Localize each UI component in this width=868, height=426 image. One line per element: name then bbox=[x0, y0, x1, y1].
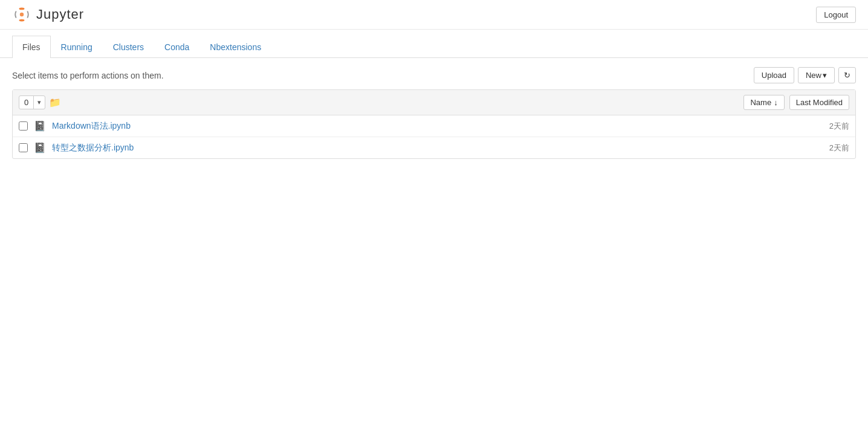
tab-bar: Files Running Clusters Conda Nbextension… bbox=[0, 36, 868, 58]
notebook-icon: 📓 bbox=[34, 142, 46, 153]
select-count-dropdown[interactable]: ▾ bbox=[34, 97, 45, 108]
sort-name-label: Name bbox=[750, 98, 771, 107]
toolbar-actions: Upload New ▾ ↻ bbox=[754, 67, 856, 83]
select-count-number: 0 bbox=[19, 96, 34, 109]
sort-name-arrow: ↓ bbox=[774, 98, 778, 107]
svg-point-1 bbox=[19, 19, 25, 22]
sort-lastmod-button[interactable]: Last Modified bbox=[789, 95, 849, 110]
file-list-header: 0 ▾ 📁 Name ↓ Last Modified bbox=[13, 90, 855, 115]
header: Jupyter Logout bbox=[0, 0, 868, 30]
select-info-text: Select items to perform actions on them. bbox=[12, 71, 164, 80]
file-list-header-right: Name ↓ Last Modified bbox=[743, 95, 849, 110]
notebook-icon: 📓 bbox=[34, 120, 46, 132]
tab-conda[interactable]: Conda bbox=[154, 36, 199, 58]
file-row-left: 📓 转型之数据分析.ipynb bbox=[19, 142, 134, 153]
folder-icon: 📁 bbox=[49, 97, 61, 108]
new-dropdown-arrow: ▾ bbox=[823, 71, 827, 80]
jupyter-logo-icon bbox=[12, 5, 31, 24]
new-label: New bbox=[806, 71, 821, 80]
new-button[interactable]: New ▾ bbox=[798, 67, 835, 83]
toolbar: Select items to perform actions on them.… bbox=[12, 67, 856, 83]
content-area: Select items to perform actions on them.… bbox=[0, 58, 868, 168]
file-modified-1: 2天前 bbox=[829, 121, 849, 132]
file-checkbox-2[interactable] bbox=[19, 143, 28, 152]
file-list-header-left: 0 ▾ 📁 bbox=[19, 95, 61, 109]
tab-nbextensions[interactable]: Nbextensions bbox=[199, 36, 271, 58]
refresh-button[interactable]: ↻ bbox=[838, 67, 856, 83]
file-link-1[interactable]: Markdown语法.ipynb bbox=[52, 121, 131, 132]
file-link-2[interactable]: 转型之数据分析.ipynb bbox=[52, 143, 134, 153]
table-row: 📓 Markdown语法.ipynb 2天前 bbox=[13, 115, 855, 137]
logout-button[interactable]: Logout bbox=[816, 7, 856, 23]
svg-point-2 bbox=[20, 13, 24, 16]
tab-running[interactable]: Running bbox=[51, 36, 103, 58]
upload-button[interactable]: Upload bbox=[754, 67, 794, 83]
sort-name-button[interactable]: Name ↓ bbox=[743, 95, 784, 110]
logo: Jupyter bbox=[12, 5, 84, 24]
svg-point-0 bbox=[19, 7, 25, 10]
table-row: 📓 转型之数据分析.ipynb 2天前 bbox=[13, 137, 855, 158]
tab-clusters[interactable]: Clusters bbox=[103, 36, 154, 58]
file-row-left: 📓 Markdown语法.ipynb bbox=[19, 120, 131, 132]
file-list: 0 ▾ 📁 Name ↓ Last Modified 📓 Markdown语法.… bbox=[12, 89, 856, 159]
tab-files[interactable]: Files bbox=[12, 36, 51, 58]
file-modified-2: 2天前 bbox=[829, 143, 849, 153]
file-checkbox-1[interactable] bbox=[19, 121, 28, 131]
app-title: Jupyter bbox=[36, 7, 84, 22]
select-count-control: 0 ▾ bbox=[19, 95, 45, 109]
